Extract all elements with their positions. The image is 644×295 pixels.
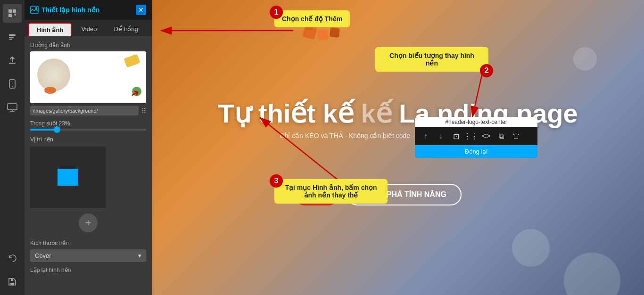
sub-text: Chỉ cần KÉO và THẢ - Không cần biết code…: [161, 132, 635, 139]
tab-hinhanh[interactable]: Hình ảnh: [28, 23, 72, 36]
sidebar-layers[interactable]: [3, 27, 22, 46]
tooltip-bubble-3: 3 Tại mục Hình ảnh, bấm chọn ảnh nền tha…: [274, 179, 388, 204]
svg-point-10: [12, 86, 13, 87]
main-canvas: Tự thiết kế kế La nding page Chỉ cần KÉO…: [152, 0, 644, 295]
side-panel-header: Thiết lập hình nền ✕: [25, 0, 152, 20]
side-panel-title-text: Thiết lập hình nền: [41, 6, 99, 14]
chevron-down-icon: ▾: [138, 252, 141, 259]
sidebar-undo[interactable]: [3, 249, 22, 268]
toolbar-arrow-down[interactable]: ↓: [434, 129, 448, 143]
tooltip-bubble-1: 1 Chọn chế độ Thêm: [274, 10, 350, 27]
svg-rect-2: [8, 14, 12, 17]
heading-part1: Tự thiết kế: [218, 98, 354, 128]
deco-circle-2: [564, 253, 620, 295]
icon-bar: [0, 0, 25, 295]
size-label: Kích thước nền: [30, 240, 146, 246]
sidebar-mobile[interactable]: [3, 74, 22, 93]
arrows-overlay: [152, 0, 644, 295]
svg-rect-3: [15, 15, 16, 16]
position-center[interactable]: [58, 169, 78, 186]
size-value: Cover: [35, 252, 51, 259]
tooltip-text-1: Chọn chế độ Thêm: [282, 15, 342, 23]
sidebar-save[interactable]: [3, 272, 22, 291]
grid-icon[interactable]: ⠿: [141, 107, 146, 115]
size-select[interactable]: Cover ▾: [30, 249, 146, 262]
floating-toolbar: #header-logo-text-center ↑ ↓ ⊡ ⋮⋮ <> ⧉ 🗑…: [415, 117, 537, 158]
close-button[interactable]: ✕: [136, 5, 146, 15]
food-item1: [124, 54, 140, 67]
food-item2: [44, 87, 56, 94]
image-preview: ➜: [30, 51, 146, 103]
position-grid: [30, 147, 106, 208]
duong-dan-label: Đường dẫn ảnh: [30, 42, 146, 49]
toolbar-columns[interactable]: ⋮⋮: [464, 129, 478, 143]
tab-detong[interactable]: Để trống: [106, 23, 145, 36]
sidebar-desktop[interactable]: [3, 98, 22, 117]
transparency-row: Trong suốt 23%: [30, 120, 146, 131]
element-id-label: #header-logo-text-center: [415, 117, 537, 127]
toolbar-delete[interactable]: 🗑: [509, 129, 523, 143]
toolbar-copy[interactable]: ⧉: [494, 129, 508, 143]
svg-rect-7: [9, 39, 12, 40]
panel-body: Đường dẫn ảnh ➜ /images/gallery/backgrou…: [25, 36, 152, 295]
badge-1: 1: [270, 6, 283, 19]
side-panel-title-row: Thiết lập hình nền: [30, 6, 99, 14]
tab-bar: Hình ảnh Video Để trống: [25, 20, 152, 36]
svg-point-15: [35, 7, 37, 9]
deco-circle-3: [573, 47, 597, 71]
heading-part2: kế: [361, 98, 391, 128]
tooltip-text-3: Tại mục Hình ảnh, bấm chọn ảnh nền thay …: [285, 184, 377, 199]
sidebar-add-widget[interactable]: [3, 4, 22, 23]
logo-cubes: [304, 26, 339, 40]
repeat-label: Lặp lại hình nền: [30, 267, 146, 273]
food-circle: [37, 58, 70, 91]
svg-rect-6: [9, 37, 14, 38]
cube3: [330, 27, 340, 38]
slider-fill: [30, 129, 57, 131]
image-path-text: /images/gallery/background/: [30, 106, 139, 115]
svg-rect-5: [9, 34, 16, 36]
food-image: ➜: [30, 51, 146, 103]
sidebar-upload[interactable]: [3, 51, 22, 70]
svg-rect-0: [8, 9, 12, 13]
position-label: Vị trí nền: [30, 136, 146, 143]
badge-3: 3: [270, 174, 283, 188]
tooltip-bubble-2: 2 Chọn biểu tượng thay hình nền: [375, 47, 488, 72]
toolbar-frame[interactable]: ⊡: [449, 129, 463, 143]
heading-text: Tự thiết kế kế La nding page: [161, 99, 635, 128]
badge-2: 2: [480, 64, 493, 77]
toolbar-code[interactable]: <>: [479, 129, 493, 143]
heading-area: Tự thiết kế kế La nding page Chỉ cần KÉO…: [161, 99, 635, 139]
deco-circle-1: [512, 229, 550, 267]
svg-rect-13: [11, 279, 13, 281]
tooltip-text-2: Chọn biểu tượng thay hình nền: [389, 52, 474, 67]
image-path-row: /images/gallery/background/ ⠿: [30, 106, 146, 115]
toolbar-icons-row: ↑ ↓ ⊡ ⋮⋮ <> ⧉ 🗑: [415, 127, 537, 145]
slider-thumb: [54, 126, 60, 133]
toolbar-arrow-up[interactable]: ↑: [419, 129, 433, 143]
wallpaper-icon: [30, 6, 39, 14]
cube2: [317, 29, 329, 41]
transparency-label: Trong suốt 23%: [30, 120, 146, 127]
add-position-btn[interactable]: +: [79, 213, 98, 232]
transparency-slider[interactable]: [30, 129, 146, 131]
svg-rect-11: [8, 104, 17, 110]
svg-rect-12: [10, 283, 14, 285]
svg-rect-1: [13, 9, 16, 13]
toolbar-close-btn[interactable]: Đóng lại: [415, 145, 537, 158]
svg-rect-4: [14, 14, 16, 15]
svg-rect-8: [9, 63, 16, 64]
tab-video[interactable]: Video: [74, 23, 104, 36]
side-panel: Thiết lập hình nền ✕ Hình ảnh Video Để t…: [25, 0, 152, 295]
